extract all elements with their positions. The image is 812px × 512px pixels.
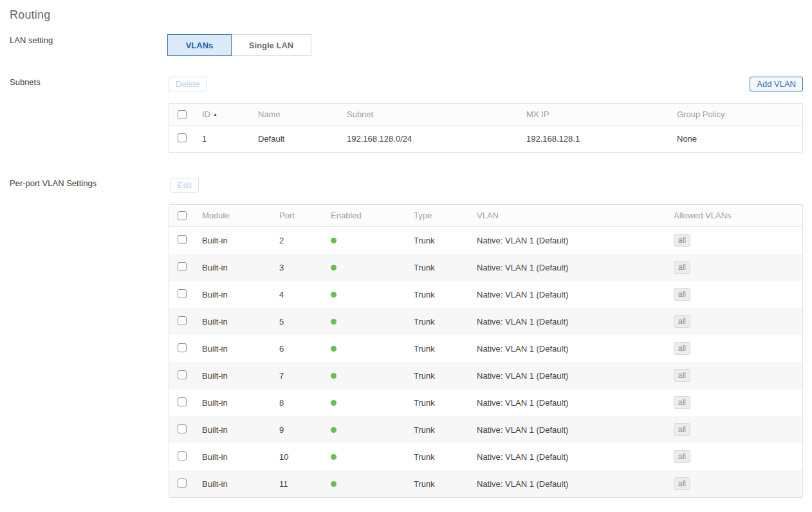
row-select-cell bbox=[169, 424, 202, 435]
column-header-mx-ip[interactable]: MX IP bbox=[526, 109, 677, 119]
row-select-cell bbox=[169, 262, 202, 273]
enabled-cell bbox=[331, 425, 414, 435]
edit-button[interactable]: Edit bbox=[171, 178, 199, 193]
table-row: Built-in 9 Trunk Native: VLAN 1 (Default… bbox=[169, 416, 802, 443]
allowed-vlans-cell: all bbox=[674, 288, 802, 301]
column-header-name[interactable]: Name bbox=[258, 109, 347, 119]
enabled-cell bbox=[331, 236, 414, 245]
port-cell: 5 bbox=[279, 317, 331, 327]
subnets-label: Subnets bbox=[10, 77, 41, 87]
row-select-cell bbox=[169, 316, 202, 327]
column-header-allowed-vlans[interactable]: Allowed VLANs bbox=[674, 211, 802, 220]
row-select-cell bbox=[169, 479, 202, 489]
column-header-subnet[interactable]: Subnet bbox=[347, 109, 526, 119]
type-cell: Trunk bbox=[414, 236, 477, 245]
allowed-vlans-cell: all bbox=[674, 234, 802, 247]
vlan-cell: Native: VLAN 1 (Default) bbox=[477, 290, 674, 299]
port-cell: 10 bbox=[279, 452, 331, 462]
add-vlan-button[interactable]: Add VLAN bbox=[750, 77, 803, 91]
enabled-cell bbox=[331, 398, 414, 408]
row-checkbox[interactable] bbox=[178, 479, 187, 488]
allowed-vlans-cell: all bbox=[674, 261, 802, 274]
module-cell: Built-in bbox=[202, 317, 279, 327]
port-cell: 11 bbox=[279, 479, 331, 489]
select-all-cell bbox=[169, 211, 202, 220]
name-cell: Default bbox=[258, 134, 347, 144]
type-cell: Trunk bbox=[414, 290, 477, 299]
lan-setting-label: LAN setting bbox=[10, 35, 53, 45]
table-row: Built-in 6 Trunk Native: VLAN 1 (Default… bbox=[169, 335, 802, 362]
row-checkbox[interactable] bbox=[178, 370, 187, 379]
toggle-vlans-button[interactable]: VLANs bbox=[167, 34, 232, 56]
allowed-vlans-badge: all bbox=[674, 261, 690, 274]
port-cell: 7 bbox=[279, 371, 331, 381]
row-checkbox[interactable] bbox=[178, 316, 187, 325]
row-checkbox[interactable] bbox=[178, 343, 187, 352]
enabled-dot-icon bbox=[331, 481, 337, 487]
type-cell: Trunk bbox=[414, 425, 477, 435]
delete-button[interactable]: Delete bbox=[169, 77, 207, 91]
select-all-checkbox[interactable] bbox=[178, 110, 187, 119]
table-row: Built-in 3 Trunk Native: VLAN 1 (Default… bbox=[169, 254, 802, 281]
type-cell: Trunk bbox=[414, 479, 477, 489]
type-cell: Trunk bbox=[414, 398, 477, 408]
enabled-dot-icon bbox=[331, 427, 337, 433]
column-header-group-policy[interactable]: Group Policy bbox=[677, 109, 802, 119]
enabled-cell bbox=[331, 344, 414, 354]
group-policy-cell: None bbox=[677, 134, 802, 144]
type-cell: Trunk bbox=[414, 263, 477, 272]
enabled-dot-icon bbox=[331, 265, 337, 270]
allowed-vlans-badge: all bbox=[674, 423, 690, 436]
enabled-dot-icon bbox=[331, 373, 337, 379]
allowed-vlans-cell: all bbox=[674, 369, 802, 382]
type-cell: Trunk bbox=[414, 317, 477, 327]
table-row: Built-in 8 Trunk Native: VLAN 1 (Default… bbox=[169, 389, 802, 416]
column-header-module[interactable]: Module bbox=[202, 211, 279, 220]
module-cell: Built-in bbox=[202, 479, 279, 489]
select-all-cell bbox=[169, 110, 202, 119]
row-checkbox[interactable] bbox=[178, 262, 187, 271]
vlan-cell: Native: VLAN 1 (Default) bbox=[477, 371, 674, 381]
row-select-cell bbox=[169, 235, 202, 246]
row-checkbox[interactable] bbox=[178, 235, 187, 244]
table-row: Built-in 5 Trunk Native: VLAN 1 (Default… bbox=[169, 308, 802, 335]
row-checkbox[interactable] bbox=[178, 289, 187, 298]
type-cell: Trunk bbox=[414, 344, 477, 354]
column-header-type[interactable]: Type bbox=[414, 211, 477, 220]
enabled-dot-icon bbox=[331, 454, 337, 460]
enabled-cell bbox=[331, 479, 414, 489]
allowed-vlans-badge: all bbox=[674, 288, 690, 301]
row-checkbox[interactable] bbox=[178, 397, 187, 406]
enabled-cell bbox=[331, 263, 414, 272]
allowed-vlans-badge: all bbox=[674, 315, 690, 328]
select-all-checkbox[interactable] bbox=[178, 211, 187, 220]
allowed-vlans-badge: all bbox=[674, 450, 690, 463]
module-cell: Built-in bbox=[202, 344, 279, 354]
enabled-dot-icon bbox=[331, 400, 337, 406]
column-header-id[interactable]: ID ▲ bbox=[202, 109, 258, 119]
column-header-port[interactable]: Port bbox=[279, 211, 331, 220]
column-header-vlan[interactable]: VLAN bbox=[477, 211, 674, 220]
allowed-vlans-cell: all bbox=[674, 396, 802, 409]
page-title: Routing bbox=[10, 8, 50, 22]
table-row: 1 Default 192.168.128.0/24 192.168.128.1… bbox=[169, 126, 802, 152]
subnet-cell: 192.168.128.0/24 bbox=[347, 134, 526, 144]
row-select-cell bbox=[169, 289, 202, 300]
row-checkbox[interactable] bbox=[178, 451, 187, 460]
row-checkbox[interactable] bbox=[178, 424, 187, 433]
column-header-enabled[interactable]: Enabled bbox=[331, 211, 414, 220]
allowed-vlans-cell: all bbox=[674, 477, 802, 490]
table-row: Built-in 7 Trunk Native: VLAN 1 (Default… bbox=[169, 362, 802, 389]
enabled-dot-icon bbox=[331, 319, 337, 325]
row-select-cell bbox=[169, 133, 202, 144]
row-select-cell bbox=[169, 343, 202, 354]
module-cell: Built-in bbox=[202, 452, 279, 462]
vlan-cell: Native: VLAN 1 (Default) bbox=[477, 263, 674, 272]
toggle-single-lan-button[interactable]: Single LAN bbox=[232, 34, 311, 56]
subnets-table-header: ID ▲ Name Subnet MX IP Group Policy bbox=[169, 104, 802, 126]
allowed-vlans-badge: all bbox=[674, 234, 690, 247]
row-select-cell bbox=[169, 451, 202, 462]
row-checkbox[interactable] bbox=[178, 133, 187, 142]
allowed-vlans-cell: all bbox=[674, 315, 802, 328]
enabled-dot-icon bbox=[331, 292, 337, 298]
